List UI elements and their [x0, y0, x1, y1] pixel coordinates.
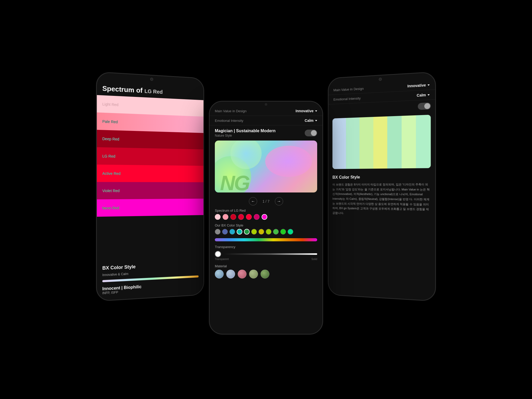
stripe-2: [360, 117, 373, 169]
transparency-section: Transparency Transparent Solid: [210, 244, 322, 263]
bx-section-right: BX Color Style 이 브랜드 경험은 9가지 이미지 타입으로 정의…: [329, 171, 435, 221]
spectrum-dot-1[interactable]: [223, 214, 228, 220]
color-row-deep-red[interactable]: Deep Red: [97, 130, 203, 149]
stripe-5: [402, 115, 416, 168]
transparency-bar[interactable]: [224, 253, 317, 255]
toggle-sub: Nature Style: [215, 134, 276, 137]
material-dot-1[interactable]: [226, 270, 235, 278]
spectrum-dot-4[interactable]: [246, 214, 252, 220]
spectrum-dot-5[interactable]: [254, 214, 260, 220]
right-toggle[interactable]: [418, 102, 431, 110]
material-dots-row: [210, 270, 322, 281]
center-camera: [265, 103, 267, 106]
right-dropdown2-label: Emotional Intensity: [334, 96, 361, 101]
bx-dots-row: [210, 229, 322, 237]
color-row-lg-red[interactable]: LG Red: [97, 147, 203, 166]
toggle-label: Magician | Sustainable Modern: [215, 129, 276, 133]
toggle-row: Magician | Sustainable Modern Nature Sty…: [210, 125, 322, 141]
phone-center: Main Value in Design Innovative Emotiona…: [209, 101, 323, 335]
blob3: [230, 141, 262, 169]
dropdown1-value: Innovative: [296, 109, 314, 113]
artwork-container: NG: [215, 141, 317, 192]
bx-dot-6[interactable]: [258, 229, 264, 235]
bx-section-left: BX Color Style Innovative & Calm Innocen…: [97, 256, 203, 301]
pagination-row: ← 1 / 7 →: [210, 195, 322, 208]
bx-gradient-full: [215, 238, 317, 241]
color-list: Light Red Pale Red Deep Red LG Red Activ…: [97, 95, 203, 260]
bx-dot-5[interactable]: [251, 229, 257, 235]
bx-dot-9[interactable]: [280, 229, 286, 235]
chevron-down-icon-r2: [428, 94, 430, 96]
color-row-neon-red[interactable]: Neon Red: [97, 199, 203, 217]
prev-btn[interactable]: ←: [249, 197, 257, 205]
spectrum-dot-0[interactable]: [215, 214, 221, 220]
toggle-knob: [311, 130, 317, 136]
bx-dot-3[interactable]: [237, 229, 242, 235]
right-camera: [379, 78, 382, 81]
bx-section-label: Our BX Color Style: [210, 222, 322, 229]
bx-dot-4[interactable]: [244, 229, 250, 235]
material-dot-0[interactable]: [215, 270, 224, 278]
spectrum-section-label: Spectrum of LG Red: [210, 208, 322, 214]
dropdown2-value-container[interactable]: Calm: [305, 118, 317, 123]
transparency-knob[interactable]: [215, 251, 221, 257]
bx-dot-10[interactable]: [288, 229, 293, 235]
right-dropdown1-value[interactable]: Innovative: [407, 83, 430, 88]
left-title: Spectrum of LG Red: [102, 84, 199, 97]
material-dot-2[interactable]: [238, 270, 247, 278]
bx-dot-2[interactable]: [229, 229, 235, 235]
chevron-down-icon-r1: [428, 84, 430, 86]
material-dot-4[interactable]: [261, 270, 269, 278]
spectrum-dot-6[interactable]: [262, 214, 267, 220]
bx-gradient-bar-left: [102, 275, 199, 282]
dropdown2-value: Calm: [305, 118, 314, 123]
right-dropdown1-label: Main Value in Design: [334, 87, 364, 92]
page-indicator: 1 / 7: [262, 199, 269, 203]
right-toggle-knob: [424, 103, 430, 109]
stripe-3: [373, 116, 387, 169]
dropdown-emotional[interactable]: Emotional Intensity Calm: [210, 116, 322, 125]
material-section-label: Material: [210, 263, 322, 270]
next-btn[interactable]: →: [275, 197, 283, 205]
transparency-label: Transparency: [215, 245, 317, 249]
color-row-active-red[interactable]: Active Red: [97, 165, 203, 182]
stripe-6: [416, 115, 431, 168]
toggle-info: Magician | Sustainable Modern Nature Sty…: [215, 129, 276, 137]
artwork-lg-text: NG: [220, 171, 249, 192]
toggle-switch[interactable]: [305, 130, 317, 136]
dropdown1-value-container[interactable]: Innovative: [296, 109, 317, 113]
stripe-4: [387, 116, 402, 169]
spectrum-dots-row: [210, 214, 322, 222]
bx-title-right: BX Color Style: [332, 175, 431, 180]
blob2: [265, 146, 312, 177]
right-artwork: [332, 115, 431, 169]
dropdown1-label: Main Value in Design: [215, 109, 247, 113]
phone-left: Spectrum of LG Red Light Red Pale Red De…: [96, 71, 204, 302]
spectrum-dot-2[interactable]: [230, 214, 236, 220]
chevron-down-icon-1: [315, 110, 317, 112]
dropdown-main-value[interactable]: Main Value in Design Innovative: [210, 106, 322, 116]
chevron-down-icon-2: [315, 120, 317, 121]
scene: Spectrum of LG Red Light Red Pale Red De…: [84, 44, 448, 355]
solid-label: Solid: [311, 258, 317, 261]
left-camera: [150, 78, 153, 81]
spectrum-dot-3[interactable]: [238, 214, 244, 220]
right-dropdown2-value[interactable]: Calm: [417, 93, 430, 98]
stripe-1: [346, 117, 359, 169]
center-screen: Main Value in Design Innovative Emotiona…: [210, 102, 322, 334]
bx-dot-8[interactable]: [273, 229, 279, 235]
right-screen: Main Value in Design Innovative Emotiona…: [329, 72, 435, 301]
korean-text: 이 브랜드 경험은 9가지 이미지 타입으로 정의되며, 입은 '디자인의 주축…: [332, 182, 431, 217]
phone-right: Main Value in Design Innovative Emotiona…: [328, 71, 436, 302]
bx-dot-0[interactable]: [215, 229, 221, 235]
stripe-0: [332, 118, 346, 169]
transparency-bar-container: [215, 251, 317, 257]
left-screen: Spectrum of LG Red Light Red Pale Red De…: [97, 72, 203, 301]
transparency-labels: Transparent Solid: [215, 257, 317, 261]
transparent-label: Transparent: [215, 258, 229, 261]
material-dot-3[interactable]: [249, 270, 258, 278]
dropdown2-label: Emotional Intensity: [215, 119, 243, 123]
color-row-violet-red[interactable]: Violet Red: [97, 182, 203, 199]
bx-dot-7[interactable]: [266, 229, 271, 235]
bx-dot-1[interactable]: [222, 229, 228, 235]
